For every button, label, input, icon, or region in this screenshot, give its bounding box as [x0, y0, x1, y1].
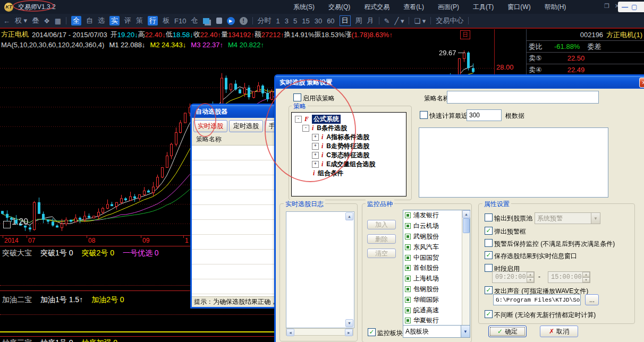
- toolbar-item-全[interactable]: 全: [71, 16, 81, 25]
- period-30[interactable]: 30: [315, 17, 322, 25]
- layers-icon[interactable]: [203, 18, 209, 24]
- collapse-icon[interactable]: -: [302, 125, 309, 132]
- toolbar-item-选[interactable]: 选: [98, 16, 105, 25]
- rights-button[interactable]: 权 ▾: [15, 16, 27, 25]
- lock-icon[interactable]: [216, 18, 222, 24]
- play-icon[interactable]: ▶: [227, 17, 235, 25]
- stock-list-item[interactable]: 白云机场: [403, 221, 470, 232]
- period-15[interactable]: 15: [302, 17, 309, 25]
- toolbar-item-策[interactable]: 策: [136, 16, 143, 25]
- toolbar-item-F10[interactable]: F10: [174, 17, 186, 25]
- tree-row-5[interactable]: +iE成交量组合选股: [292, 160, 406, 169]
- period-5[interactable]: 5: [293, 17, 297, 25]
- strategy-list-row[interactable]: [192, 279, 277, 294]
- line-tool-icon[interactable]: ╱ ▾: [395, 17, 404, 25]
- menu-item-7[interactable]: 帮助(H): [545, 3, 566, 12]
- picker-tab-0[interactable]: 实时选股: [193, 120, 227, 132]
- tree-row-2[interactable]: +iA指标条件选股: [292, 133, 406, 142]
- cancel-button[interactable]: ✗ 取消: [540, 326, 578, 337]
- overlay-button[interactable]: 叠: [32, 16, 39, 25]
- sound-path-input[interactable]: G:\Program Files\KTJD\Sound: [493, 294, 581, 305]
- pen-tool-icon[interactable]: ✎: [384, 17, 390, 25]
- monitored-stock-list[interactable]: ▲ ▼ 浦发银行白云机场武钢股份东风汽车中国国贸首创股份上海机场包钢股份华能国际…: [403, 210, 470, 337]
- stock-list-item[interactable]: 浦发银行: [403, 210, 470, 221]
- sound-checkbox[interactable]: ✓: [485, 286, 493, 294]
- scroll-right-icon[interactable]: ►: [345, 329, 353, 336]
- strategy-list-row[interactable]: [192, 175, 277, 190]
- stock-list-item[interactable]: 皖通高速: [403, 305, 470, 315]
- log-hscrollbar[interactable]: ◄ ►: [286, 328, 353, 336]
- period-分时[interactable]: 分时: [258, 16, 272, 25]
- strategy-list-row[interactable]: [192, 220, 277, 235]
- browse-button[interactable]: ...: [585, 294, 599, 305]
- nav-back-icon[interactable]: ←: [3, 17, 10, 25]
- stock-list-item[interactable]: 东风汽车: [403, 242, 470, 252]
- collapse-icon[interactable]: -: [295, 116, 302, 123]
- menu-item-0[interactable]: 系统(S): [293, 3, 315, 12]
- output-pool-checkbox[interactable]: [485, 213, 493, 221]
- scroll-left-icon[interactable]: ◄: [286, 329, 294, 336]
- trade-center-button[interactable]: 交易中心: [436, 16, 463, 25]
- toolbar-item-实[interactable]: 实: [109, 16, 120, 25]
- period-周[interactable]: 周: [355, 16, 362, 25]
- menu-item-2[interactable]: 程式交易: [364, 3, 389, 12]
- tree-row-0[interactable]: -F公式系统: [292, 115, 406, 124]
- quick-calc-input[interactable]: 300: [467, 109, 502, 121]
- keep-monitor-checkbox[interactable]: [485, 239, 493, 247]
- clear-button[interactable]: 清空: [367, 249, 396, 258]
- copy-icon[interactable]: ❏ ▾: [414, 17, 426, 25]
- period-3[interactable]: 3: [285, 17, 289, 25]
- hand-icon[interactable]: ❖: [44, 17, 50, 25]
- menu-item-5[interactable]: 工具(T): [473, 3, 494, 12]
- stock-list-item[interactable]: 武钢股份: [403, 232, 470, 242]
- period-1[interactable]: 1: [276, 17, 280, 25]
- expand-icon[interactable]: +: [312, 152, 319, 159]
- time-window-checkbox[interactable]: [485, 264, 493, 272]
- menu-item-4[interactable]: 画面(P): [438, 3, 459, 12]
- minimize-icon[interactable]: —: [622, 3, 628, 11]
- menu-item-1[interactable]: 交易(Q): [328, 3, 350, 12]
- toolbar-item-板[interactable]: 板: [163, 16, 170, 25]
- tree-row-3[interactable]: +iB走势特征选股: [292, 142, 406, 151]
- stock-list-item[interactable]: 包钢股份: [403, 284, 470, 295]
- chevron-down-icon[interactable]: ▼: [461, 326, 470, 337]
- restore-icon[interactable]: ❐: [604, 3, 609, 10]
- delete-button[interactable]: 删除: [367, 234, 396, 244]
- scroll-down-icon[interactable]: ▼: [345, 319, 353, 327]
- dialog-close-icon[interactable]: ✕: [639, 78, 644, 88]
- save-result-checkbox[interactable]: ✓: [485, 251, 493, 259]
- strategy-list[interactable]: [192, 146, 277, 296]
- picker-titlebar[interactable]: 自动选股器: [192, 105, 277, 118]
- stock-list-item[interactable]: 华夏银行: [403, 315, 470, 326]
- quick-calc-checkbox[interactable]: [420, 111, 428, 119]
- toolbar-item-自[interactable]: 自: [86, 16, 93, 25]
- monitor-board-checkbox[interactable]: ✓: [368, 328, 376, 336]
- menu-item-6[interactable]: 窗口(W): [507, 3, 530, 12]
- maximize-icon[interactable]: ▢: [631, 3, 637, 11]
- strategy-list-row[interactable]: [192, 146, 277, 160]
- tree-row-1[interactable]: -iB条件选股: [292, 124, 406, 133]
- popup-alert-checkbox[interactable]: ✓: [485, 227, 493, 235]
- period-日[interactable]: 日: [340, 15, 351, 26]
- stock-list-scrollbar[interactable]: ▲ ▼: [462, 210, 470, 337]
- strategy-list-row[interactable]: [192, 264, 277, 279]
- strategy-list-row[interactable]: [192, 235, 277, 250]
- picker-tab-1[interactable]: 定时选股: [229, 120, 263, 132]
- scroll-up-icon[interactable]: ▲: [462, 210, 470, 218]
- strategy-list-row[interactable]: [192, 205, 277, 220]
- log-box[interactable]: ▲ ▼: [286, 211, 354, 328]
- strategy-list-row[interactable]: [192, 160, 277, 175]
- period-月[interactable]: 月: [367, 16, 374, 25]
- stock-list-item[interactable]: 上海机场: [403, 273, 470, 284]
- enable-strategy-checkbox[interactable]: [293, 93, 301, 101]
- menu-item-3[interactable]: 查看(L): [403, 3, 424, 12]
- toolbar-item-仓[interactable]: 仓: [191, 16, 198, 25]
- period-60[interactable]: 60: [327, 17, 334, 25]
- toolbar-item-行[interactable]: 行: [148, 16, 158, 25]
- dialog-titlebar[interactable]: 实时选股 策略设置: [276, 76, 644, 89]
- continuous-checkbox[interactable]: ✓: [485, 310, 493, 318]
- strategy-name-column-header[interactable]: 策略名称: [192, 134, 277, 146]
- strategy-name-input[interactable]: [447, 91, 599, 104]
- toolbar-item-评[interactable]: 评: [124, 16, 131, 25]
- ok-button[interactable]: ✓ 确定: [488, 326, 527, 337]
